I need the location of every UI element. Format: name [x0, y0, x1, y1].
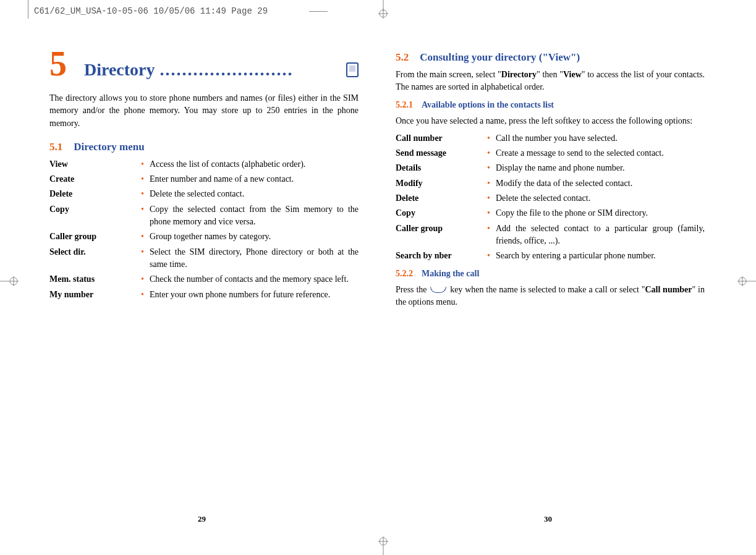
definition-row: My number•Enter your own phone numbers f… [49, 289, 359, 301]
definition-term: Mem. status [49, 273, 141, 286]
intro-text: From the main screen, select "Directory"… [396, 69, 705, 94]
definition-description: Access the list of contacts (alphabetic … [150, 158, 359, 171]
bullet-icon: • [141, 246, 150, 271]
definition-term: Delete [396, 192, 487, 205]
definition-row: Delete•Delete the selected contact. [396, 192, 705, 205]
definition-description: Delete the selected contact. [150, 188, 359, 200]
crop-line [309, 11, 328, 12]
bullet-icon: • [141, 173, 150, 185]
crop-header: C61/62_UM_USA-10-05-06 10/05/06 11:49 Pa… [34, 6, 268, 16]
definition-description: Add the selected contact to a particular… [496, 222, 705, 248]
chapter-heading: 5 Directory ........................ [49, 46, 359, 81]
definition-description: Search by entering a particular phone nu… [496, 250, 705, 262]
chapter-number: 5 [49, 46, 67, 81]
bullet-icon: • [141, 231, 150, 243]
definition-description: Select the SIM directory, Phone director… [150, 246, 359, 271]
definition-term: My number [49, 289, 141, 301]
definition-row: Caller group•Group together names by cat… [49, 231, 359, 243]
subsection-title: Making the call [422, 269, 479, 278]
definition-list-right: Call number•Call the number you have sel… [396, 132, 705, 263]
definition-description: Modify the data of the selected contact. [496, 177, 705, 190]
section-title: Consulting your directory ("View") [420, 51, 580, 63]
definition-term: View [49, 158, 141, 171]
subsection-heading: 5.2.2Making the call [396, 269, 705, 279]
definition-description: Check the number of contacts and the mem… [150, 273, 359, 286]
registration-mark-icon [0, 275, 19, 287]
subsection-number: 5.2.2 [396, 269, 413, 278]
definition-term: Details [396, 162, 487, 174]
bullet-icon: • [487, 192, 496, 205]
definition-description: Enter number and name of a new contact. [150, 173, 359, 185]
call-key-icon [430, 287, 446, 293]
definition-description: Delete the selected contact. [496, 192, 705, 205]
registration-mark-icon [737, 275, 756, 287]
definition-description: Create a message to send to the selected… [496, 147, 705, 159]
page-left: 5 Directory ........................ The… [49, 46, 359, 303]
bullet-icon: • [141, 273, 150, 286]
page-right: 5.2Consulting your directory ("View") Fr… [396, 46, 705, 313]
bullet-icon: • [487, 132, 496, 145]
bullet-icon: • [487, 162, 496, 174]
bullet-icon: • [141, 158, 150, 171]
definition-row: Create•Enter number and name of a new co… [49, 173, 359, 185]
definition-term: Modify [396, 177, 487, 190]
registration-mark-icon [377, 536, 389, 555]
body-text: Once you have selected a name, press the… [396, 115, 705, 127]
bullet-icon: • [487, 207, 496, 219]
intro-text: The directory allows you to store phone … [49, 92, 359, 130]
section-heading: 5.1Directory menu [49, 141, 359, 153]
definition-row: Copy•Copy the selected contact from the … [49, 203, 359, 229]
subsection-heading: 5.2.1Available options in the contacts l… [396, 100, 705, 110]
definition-term: Call number [396, 132, 487, 145]
definition-term: Create [49, 173, 141, 185]
definition-description: Group together names by category. [150, 231, 359, 243]
definition-description: Enter your own phone numbers for future … [150, 289, 359, 301]
definition-row: Caller group•Add the selected contact to… [396, 222, 705, 248]
definition-row: Details•Display the name and phone numbe… [396, 162, 705, 174]
definition-term: Copy [396, 207, 487, 219]
subsection-number: 5.2.1 [396, 100, 413, 109]
chapter-title-text: Directory [84, 60, 155, 80]
section-number: 5.1 [49, 141, 62, 153]
definition-term: Caller group [49, 231, 141, 243]
section-heading: 5.2Consulting your directory ("View") [396, 51, 705, 64]
definition-description: Call the number you have selected. [496, 132, 705, 145]
definition-row: Delete•Delete the selected contact. [49, 188, 359, 200]
definition-row: Mem. status•Check the number of contacts… [49, 273, 359, 286]
bullet-icon: • [141, 289, 150, 301]
bullet-icon: • [487, 147, 496, 159]
page-number: 30 [544, 514, 552, 524]
bullet-icon: • [487, 222, 496, 248]
definition-row: View•Access the list of contacts (alphab… [49, 158, 359, 171]
phone-icon [346, 62, 359, 77]
leader-dots: ........................ [160, 60, 341, 80]
definition-description: Copy the selected contact from the Sim m… [150, 203, 359, 229]
definition-description: Display the name and phone number. [496, 162, 705, 174]
definition-list-left: View•Access the list of contacts (alphab… [49, 158, 359, 301]
definition-row: Call number•Call the number you have sel… [396, 132, 705, 145]
bullet-icon: • [487, 250, 496, 262]
chapter-title: Directory ........................ [84, 60, 359, 80]
registration-mark-icon [377, 0, 389, 19]
definition-row: Send message•Create a message to send to… [396, 147, 705, 159]
definition-row: Copy•Copy the file to the phone or SIM d… [396, 207, 705, 219]
bullet-icon: • [141, 203, 150, 229]
bullet-icon: • [487, 177, 496, 190]
section-number: 5.2 [396, 51, 409, 63]
definition-row: Search by nber•Search by entering a part… [396, 250, 705, 262]
bullet-icon: • [141, 188, 150, 200]
definition-term: Delete [49, 188, 141, 200]
section-title: Directory menu [74, 141, 144, 153]
definition-term: Send message [396, 147, 487, 159]
definition-row: Modify•Modify the data of the selected c… [396, 177, 705, 190]
definition-term: Search by nber [396, 250, 487, 262]
crop-line [28, 0, 28, 19]
definition-term: Copy [49, 203, 141, 229]
definition-row: Select dir.•Select the SIM directory, Ph… [49, 246, 359, 271]
subsection-title: Available options in the contacts list [422, 100, 554, 109]
definition-term: Caller group [396, 222, 487, 248]
definition-term: Select dir. [49, 246, 141, 271]
body-text: Press the key when the name is selected … [396, 284, 705, 309]
definition-description: Copy the file to the phone or SIM direct… [496, 207, 705, 219]
page-number: 29 [198, 514, 206, 524]
